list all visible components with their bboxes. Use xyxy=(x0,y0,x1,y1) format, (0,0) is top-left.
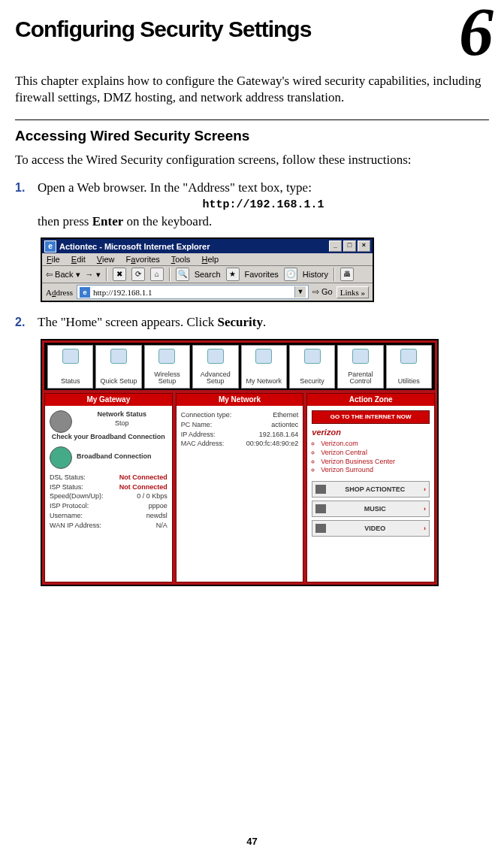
intro-paragraph: This chapter explains how to configure t… xyxy=(15,73,489,106)
menu-view[interactable]: View xyxy=(97,255,115,264)
nav-parental-control[interactable]: Parental Control xyxy=(337,345,383,389)
maximize-button[interactable]: □ xyxy=(343,240,356,252)
chapter-title: Configuring Security Settings xyxy=(15,17,338,43)
chevron-right-icon: › xyxy=(424,525,426,532)
panel-title: My Network xyxy=(177,394,303,406)
step2-pre: The "Home" screen appears. Click xyxy=(38,315,218,329)
go-button[interactable]: ⇨ Go xyxy=(312,287,333,297)
search-label[interactable]: Search xyxy=(195,270,221,279)
verizon-logo: verizon xyxy=(312,428,430,437)
refresh-icon[interactable]: ⟳ xyxy=(131,268,145,281)
minimize-button[interactable]: _ xyxy=(329,240,342,252)
panel-my-network: My Network Connection type:Ethernet PC N… xyxy=(176,393,304,582)
nav-security[interactable]: Security xyxy=(289,345,335,389)
gateway-row: ISP Protocol:pppoe xyxy=(50,502,167,511)
nav-status[interactable]: Status xyxy=(47,345,93,389)
print-icon[interactable]: 🖶 xyxy=(340,268,354,281)
forward-button[interactable]: → ▾ xyxy=(86,270,101,280)
nav-advanced-setup[interactable]: Advanced Setup xyxy=(192,345,238,389)
step2-post: . xyxy=(263,315,266,329)
gateway-row: Speed(Down/Up):0 / 0 Kbps xyxy=(50,492,167,501)
history-label[interactable]: History xyxy=(303,270,328,279)
cart-icon xyxy=(315,485,326,494)
gateway-row: ISP Status:Not Connected xyxy=(50,483,167,492)
address-dropdown-icon[interactable]: ▼ xyxy=(294,286,306,298)
family-icon xyxy=(352,349,369,364)
section-divider xyxy=(15,119,489,120)
links-button[interactable]: Links » xyxy=(337,286,369,298)
toolbar-sep xyxy=(169,268,171,281)
gear-icon xyxy=(207,349,224,364)
panel-action-zone: Action Zone GO TO THE INTERNET NOW veriz… xyxy=(306,393,435,582)
toolbar-sep xyxy=(333,268,335,281)
nav-my-network[interactable]: My Network xyxy=(241,345,287,389)
close-button[interactable]: × xyxy=(358,240,370,252)
nav-utilities[interactable]: Utilities xyxy=(386,345,432,389)
step1-text-a: Open a Web browser. In the "Address" tex… xyxy=(38,180,312,195)
wireless-icon xyxy=(158,349,175,364)
step1-key: Enter xyxy=(92,214,124,228)
search-icon[interactable]: 🔍 xyxy=(176,268,189,281)
address-url: http://192.168.1.1 xyxy=(93,288,294,297)
network-row: PC Name:actiontec xyxy=(181,421,299,430)
globe-icon xyxy=(50,446,72,469)
ie-menubar: File Edit View Favorites Tools Help xyxy=(42,253,373,266)
menu-tools[interactable]: Tools xyxy=(171,255,191,264)
favorites-label[interactable]: Favorites xyxy=(245,270,279,279)
panel-title: Action Zone xyxy=(307,394,434,406)
page-number: 47 xyxy=(0,836,504,847)
back-button[interactable]: ⇦ Back ▾ xyxy=(46,270,80,280)
menu-file[interactable]: File xyxy=(47,255,60,264)
wizard-icon xyxy=(110,349,127,364)
video-icon xyxy=(315,524,326,533)
chapter-number: 6 xyxy=(459,0,490,66)
monitor-icon xyxy=(62,349,79,364)
nav-wireless-setup[interactable]: Wireless Setup xyxy=(144,345,190,389)
history-icon[interactable]: 🕘 xyxy=(284,268,297,281)
ie-toolbar: ⇦ Back ▾ → ▾ ✖ ⟳ ⌂ 🔍Search ★Favorites 🕘H… xyxy=(42,266,373,283)
step1-text-b-post: on the keyboard. xyxy=(123,214,212,228)
step1-text-b-pre: then press xyxy=(38,214,92,228)
section-lead: To access the Wired Security configurati… xyxy=(15,152,489,168)
menu-favorites[interactable]: Favorites xyxy=(126,255,160,264)
go-internet-button[interactable]: GO TO THE INTERNET NOW xyxy=(312,410,430,424)
video-button[interactable]: VIDEO› xyxy=(312,520,430,537)
gateway-row: DSL Status:Not Connected xyxy=(50,473,167,482)
network-row: IP Address:192.168.1.64 xyxy=(181,431,299,440)
link-item[interactable]: Verizon Business Center xyxy=(321,458,430,467)
home-icon[interactable]: ⌂ xyxy=(150,268,164,281)
toolbar-sep xyxy=(106,268,107,281)
favorites-icon[interactable]: ★ xyxy=(226,268,240,281)
link-item[interactable]: Verizon Central xyxy=(321,449,430,458)
status-light-icon xyxy=(50,410,72,433)
step2-key: Security xyxy=(218,315,263,329)
ie-window: e Actiontec - Microsoft Internet Explore… xyxy=(41,237,374,302)
check-connection-label: Check your Broadband Connection xyxy=(50,433,167,442)
ie-addressbar: Address e http://192.168.1.1 ▼ ⇨ Go Link… xyxy=(42,283,373,301)
router-home-screen: Status Quick Setup Wireless Setup Advanc… xyxy=(41,339,439,586)
ie-app-icon: e xyxy=(44,240,56,253)
address-label: Address xyxy=(46,288,73,297)
ie-titlebar: e Actiontec - Microsoft Internet Explore… xyxy=(42,239,373,253)
panel-my-gateway: My Gateway Network Status Stop Check you… xyxy=(44,393,173,582)
nav-quick-setup[interactable]: Quick Setup xyxy=(95,345,141,389)
network-row: MAC Address:00:90:fc:48:90:e2 xyxy=(181,440,299,449)
address-input[interactable]: e http://192.168.1.1 ▼ xyxy=(77,285,309,299)
panel-title: My Gateway xyxy=(45,394,172,406)
menu-edit[interactable]: Edit xyxy=(71,255,86,264)
network-row: Connection type:Ethernet xyxy=(181,411,299,420)
step-1: Open a Web browser. In the "Address" tex… xyxy=(15,180,489,303)
music-button[interactable]: MUSIC› xyxy=(312,501,430,517)
network-icon xyxy=(255,349,272,364)
router-topnav: Status Quick Setup Wireless Setup Advanc… xyxy=(44,343,435,390)
menu-help[interactable]: Help xyxy=(201,255,219,264)
step-2: The "Home" screen appears. Click Securit… xyxy=(15,314,489,586)
stop-icon[interactable]: ✖ xyxy=(113,268,126,281)
ie-title-text: Actiontec - Microsoft Internet Explorer xyxy=(59,242,329,251)
link-item[interactable]: Verizon Surround xyxy=(321,466,430,475)
section-heading: Accessing Wired Security Screens xyxy=(15,128,489,145)
step1-url: http://192.168.1.1 xyxy=(38,198,489,212)
link-item[interactable]: Verizon.com xyxy=(321,440,430,449)
shop-button[interactable]: SHOP ACTIONTEC› xyxy=(312,481,430,498)
page-favicon: e xyxy=(80,287,90,298)
